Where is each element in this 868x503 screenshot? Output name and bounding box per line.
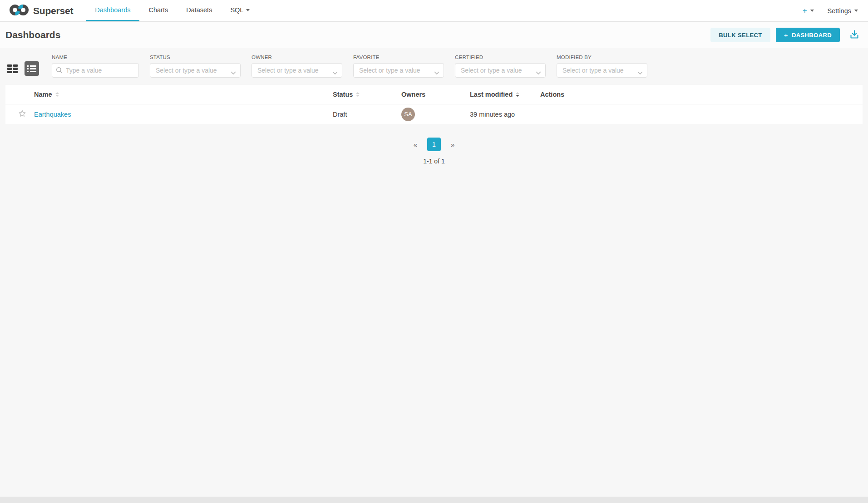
chevron-down-icon bbox=[536, 69, 541, 77]
column-header-name[interactable]: Name bbox=[34, 91, 59, 98]
view-mode-toggles bbox=[7, 61, 39, 78]
dashboards-table: Name Status Owners Last modified bbox=[5, 85, 863, 124]
pagination: « 1 » 1-1 of 1 bbox=[0, 138, 868, 165]
nav-tab-dashboards[interactable]: Dashboards bbox=[86, 0, 139, 21]
favorite-star-icon[interactable] bbox=[18, 109, 26, 119]
filter-field-modified-by: MODIFIED BY bbox=[557, 54, 647, 78]
chevron-down-icon bbox=[810, 10, 814, 12]
dashboard-link[interactable]: Earthquakes bbox=[34, 111, 71, 118]
superset-logo-icon bbox=[9, 4, 29, 18]
filter-bar: NAME STATUS OWNER bbox=[0, 50, 868, 85]
filter-field-name: NAME bbox=[52, 54, 139, 78]
chevron-down-icon bbox=[434, 69, 439, 77]
import-dashboards-button[interactable] bbox=[849, 29, 860, 41]
pagination-summary: 1-1 of 1 bbox=[423, 158, 444, 165]
filter-field-status: STATUS bbox=[150, 54, 241, 78]
table-header-row: Name Status Owners Last modified bbox=[5, 85, 863, 104]
certified-filter-select[interactable] bbox=[455, 63, 546, 78]
column-header-status[interactable]: Status bbox=[333, 91, 360, 98]
column-header-actions: Actions bbox=[540, 91, 564, 98]
last-modified-value: 39 minutes ago bbox=[470, 111, 515, 118]
status-label: Draft bbox=[333, 111, 347, 118]
download-icon bbox=[849, 29, 860, 41]
new-dashboard-button[interactable]: + DASHBOARD bbox=[776, 28, 840, 42]
chevron-down-icon bbox=[246, 9, 250, 11]
next-page-button[interactable]: » bbox=[448, 139, 457, 150]
filter-field-certified: CERTIFIED bbox=[455, 54, 546, 78]
superset-brand[interactable]: Superset bbox=[9, 0, 73, 21]
chevron-down-icon bbox=[332, 69, 338, 77]
filter-field-owner: OWNER bbox=[252, 54, 342, 78]
dashboards-list-content: NAME STATUS OWNER bbox=[0, 48, 868, 165]
status-filter-select[interactable] bbox=[150, 63, 241, 78]
bulk-select-button[interactable]: BULK SELECT bbox=[710, 28, 770, 42]
column-header-owners: Owners bbox=[401, 91, 425, 98]
filter-label: STATUS bbox=[150, 54, 241, 60]
name-filter-input[interactable] bbox=[52, 63, 139, 78]
search-icon bbox=[56, 67, 63, 75]
new-item-menu-button[interactable]: + bbox=[803, 6, 814, 15]
chevron-down-icon bbox=[637, 69, 643, 77]
filter-field-favorite: FAVORITE bbox=[353, 54, 444, 78]
owner-avatar[interactable]: SA bbox=[401, 108, 415, 121]
owner-filter-select[interactable] bbox=[252, 63, 342, 78]
filter-label: MODIFIED BY bbox=[557, 54, 647, 60]
sort-desc-icon bbox=[516, 92, 519, 97]
column-header-last-modified[interactable]: Last modified bbox=[470, 91, 519, 98]
filter-label: FAVORITE bbox=[353, 54, 444, 60]
list-view-toggle[interactable] bbox=[25, 61, 39, 76]
top-navbar: Superset Dashboards Charts Datasets SQL … bbox=[0, 0, 868, 22]
settings-menu-button[interactable]: Settings bbox=[828, 7, 858, 15]
nav-tab-datasets[interactable]: Datasets bbox=[177, 0, 221, 21]
chevron-down-icon bbox=[231, 69, 236, 77]
sort-icon bbox=[55, 92, 59, 97]
page-title: Dashboards bbox=[5, 30, 60, 40]
page-1-button[interactable]: 1 bbox=[427, 138, 441, 151]
plus-icon: + bbox=[784, 31, 788, 39]
previous-page-button[interactable]: « bbox=[411, 139, 420, 150]
nav-tab-charts[interactable]: Charts bbox=[139, 0, 177, 21]
nav-tab-sql[interactable]: SQL bbox=[221, 0, 259, 21]
sort-icon bbox=[356, 92, 360, 97]
page-header: Dashboards BULK SELECT + DASHBOARD bbox=[0, 22, 868, 48]
favorite-filter-select[interactable] bbox=[353, 63, 444, 78]
window-bottom-edge bbox=[0, 497, 868, 503]
chevron-down-icon bbox=[854, 10, 858, 12]
main-nav-tabs: Dashboards Charts Datasets SQL bbox=[86, 0, 259, 21]
filter-label: OWNER bbox=[252, 54, 342, 60]
filter-label: CERTIFIED bbox=[455, 54, 546, 60]
card-view-toggle[interactable] bbox=[7, 63, 18, 74]
table-row: Earthquakes Draft SA 39 minutes ago bbox=[5, 104, 863, 124]
plus-icon: + bbox=[803, 6, 807, 15]
filter-label: NAME bbox=[52, 54, 139, 60]
brand-name: Superset bbox=[33, 5, 73, 16]
modified-by-filter-select[interactable] bbox=[557, 63, 647, 78]
